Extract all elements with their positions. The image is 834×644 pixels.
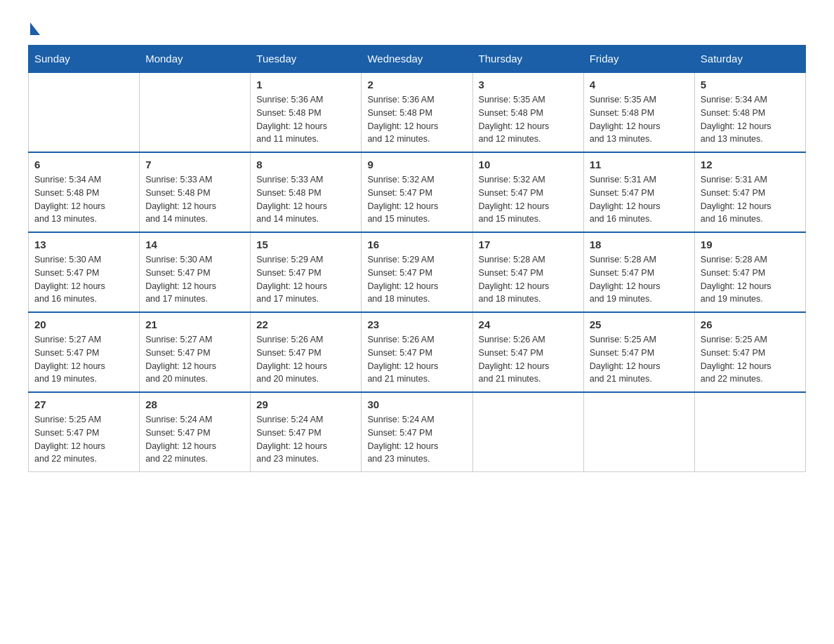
calendar-cell: 23Sunrise: 5:26 AM Sunset: 5:47 PM Dayli… — [362, 312, 472, 392]
calendar-cell: 20Sunrise: 5:27 AM Sunset: 5:47 PM Dayli… — [29, 312, 140, 392]
calendar-cell: 22Sunrise: 5:26 AM Sunset: 5:47 PM Dayli… — [251, 312, 362, 392]
header-day-saturday: Saturday — [694, 46, 805, 73]
header-day-sunday: Sunday — [29, 46, 140, 73]
calendar-cell: 13Sunrise: 5:30 AM Sunset: 5:47 PM Dayli… — [29, 232, 140, 312]
calendar-cell — [694, 392, 805, 472]
calendar-cell: 7Sunrise: 5:33 AM Sunset: 5:48 PM Daylig… — [140, 152, 251, 232]
calendar-cell — [29, 72, 140, 152]
day-number: 8 — [256, 159, 355, 170]
day-info: Sunrise: 5:30 AM Sunset: 5:47 PM Dayligh… — [145, 253, 244, 306]
day-number: 16 — [367, 239, 466, 250]
calendar-cell: 12Sunrise: 5:31 AM Sunset: 5:47 PM Dayli… — [694, 152, 805, 232]
day-info: Sunrise: 5:33 AM Sunset: 5:48 PM Dayligh… — [145, 173, 244, 226]
day-info: Sunrise: 5:24 AM Sunset: 5:47 PM Dayligh… — [367, 413, 466, 466]
day-info: Sunrise: 5:24 AM Sunset: 5:47 PM Dayligh… — [145, 413, 244, 466]
calendar-cell: 4Sunrise: 5:35 AM Sunset: 5:48 PM Daylig… — [583, 72, 694, 152]
header-day-thursday: Thursday — [472, 46, 583, 73]
day-number: 24 — [479, 318, 578, 330]
day-number: 23 — [367, 318, 466, 330]
day-info: Sunrise: 5:31 AM Sunset: 5:47 PM Dayligh… — [590, 173, 689, 226]
day-number: 1 — [256, 79, 355, 90]
calendar-cell: 17Sunrise: 5:28 AM Sunset: 5:47 PM Dayli… — [472, 232, 583, 312]
calendar-cell: 24Sunrise: 5:26 AM Sunset: 5:47 PM Dayli… — [472, 312, 583, 392]
calendar-cell: 8Sunrise: 5:33 AM Sunset: 5:48 PM Daylig… — [251, 152, 362, 232]
header-day-friday: Friday — [583, 46, 694, 73]
calendar-week-row: 1Sunrise: 5:36 AM Sunset: 5:48 PM Daylig… — [29, 72, 806, 152]
day-info: Sunrise: 5:32 AM Sunset: 5:47 PM Dayligh… — [367, 173, 466, 226]
day-number: 7 — [145, 159, 244, 170]
calendar-week-row: 20Sunrise: 5:27 AM Sunset: 5:47 PM Dayli… — [29, 312, 806, 392]
day-info: Sunrise: 5:35 AM Sunset: 5:48 PM Dayligh… — [590, 93, 689, 146]
day-info: Sunrise: 5:28 AM Sunset: 5:47 PM Dayligh… — [590, 253, 689, 306]
day-number: 6 — [34, 159, 133, 170]
day-info: Sunrise: 5:26 AM Sunset: 5:47 PM Dayligh… — [256, 333, 355, 386]
calendar-cell: 11Sunrise: 5:31 AM Sunset: 5:47 PM Dayli… — [583, 152, 694, 232]
day-info: Sunrise: 5:28 AM Sunset: 5:47 PM Dayligh… — [479, 253, 578, 306]
calendar-cell: 29Sunrise: 5:24 AM Sunset: 5:47 PM Dayli… — [251, 392, 362, 472]
day-info: Sunrise: 5:25 AM Sunset: 5:47 PM Dayligh… — [590, 333, 689, 386]
calendar-cell: 21Sunrise: 5:27 AM Sunset: 5:47 PM Dayli… — [140, 312, 251, 392]
day-number: 30 — [367, 398, 466, 410]
day-number: 28 — [145, 398, 244, 410]
calendar-header-row: SundayMondayTuesdayWednesdayThursdayFrid… — [29, 46, 806, 73]
day-info: Sunrise: 5:34 AM Sunset: 5:48 PM Dayligh… — [34, 173, 133, 226]
calendar-cell: 16Sunrise: 5:29 AM Sunset: 5:47 PM Dayli… — [362, 232, 472, 312]
calendar-cell: 2Sunrise: 5:36 AM Sunset: 5:48 PM Daylig… — [362, 72, 472, 152]
day-info: Sunrise: 5:26 AM Sunset: 5:47 PM Dayligh… — [367, 333, 466, 386]
calendar-cell — [583, 392, 694, 472]
calendar-cell: 18Sunrise: 5:28 AM Sunset: 5:47 PM Dayli… — [583, 232, 694, 312]
calendar-cell: 15Sunrise: 5:29 AM Sunset: 5:47 PM Dayli… — [251, 232, 362, 312]
header-day-tuesday: Tuesday — [251, 46, 362, 73]
logo-arrow-icon — [30, 22, 40, 35]
day-number: 22 — [256, 318, 355, 330]
calendar-cell: 1Sunrise: 5:36 AM Sunset: 5:48 PM Daylig… — [251, 72, 362, 152]
day-number: 27 — [34, 398, 133, 410]
day-info: Sunrise: 5:35 AM Sunset: 5:48 PM Dayligh… — [479, 93, 578, 146]
calendar-cell: 10Sunrise: 5:32 AM Sunset: 5:47 PM Dayli… — [472, 152, 583, 232]
day-number: 5 — [701, 79, 800, 90]
day-info: Sunrise: 5:24 AM Sunset: 5:47 PM Dayligh… — [256, 413, 355, 466]
day-number: 29 — [256, 398, 355, 410]
calendar-week-row: 6Sunrise: 5:34 AM Sunset: 5:48 PM Daylig… — [29, 152, 806, 232]
day-number: 12 — [701, 159, 800, 170]
day-info: Sunrise: 5:26 AM Sunset: 5:47 PM Dayligh… — [479, 333, 578, 386]
logo — [28, 21, 40, 31]
day-number: 17 — [479, 239, 578, 250]
calendar-cell: 26Sunrise: 5:25 AM Sunset: 5:47 PM Dayli… — [694, 312, 805, 392]
day-info: Sunrise: 5:34 AM Sunset: 5:48 PM Dayligh… — [701, 93, 800, 146]
header-day-monday: Monday — [140, 46, 251, 73]
calendar-cell: 3Sunrise: 5:35 AM Sunset: 5:48 PM Daylig… — [472, 72, 583, 152]
day-info: Sunrise: 5:29 AM Sunset: 5:47 PM Dayligh… — [256, 253, 355, 306]
calendar-cell: 27Sunrise: 5:25 AM Sunset: 5:47 PM Dayli… — [29, 392, 140, 472]
day-number: 19 — [701, 239, 800, 250]
calendar-cell — [472, 392, 583, 472]
day-info: Sunrise: 5:33 AM Sunset: 5:48 PM Dayligh… — [256, 173, 355, 226]
day-info: Sunrise: 5:25 AM Sunset: 5:47 PM Dayligh… — [701, 333, 800, 386]
day-info: Sunrise: 5:27 AM Sunset: 5:47 PM Dayligh… — [145, 333, 244, 386]
calendar-cell: 5Sunrise: 5:34 AM Sunset: 5:48 PM Daylig… — [694, 72, 805, 152]
calendar-cell: 30Sunrise: 5:24 AM Sunset: 5:47 PM Dayli… — [362, 392, 472, 472]
calendar-cell: 9Sunrise: 5:32 AM Sunset: 5:47 PM Daylig… — [362, 152, 472, 232]
page-header — [28, 21, 806, 31]
day-number: 21 — [145, 318, 244, 330]
day-number: 9 — [367, 159, 466, 170]
day-info: Sunrise: 5:36 AM Sunset: 5:48 PM Dayligh… — [367, 93, 466, 146]
day-info: Sunrise: 5:31 AM Sunset: 5:47 PM Dayligh… — [701, 173, 800, 226]
day-info: Sunrise: 5:30 AM Sunset: 5:47 PM Dayligh… — [34, 253, 133, 306]
calendar-week-row: 13Sunrise: 5:30 AM Sunset: 5:47 PM Dayli… — [29, 232, 806, 312]
calendar-table: SundayMondayTuesdayWednesdayThursdayFrid… — [28, 45, 806, 472]
day-info: Sunrise: 5:29 AM Sunset: 5:47 PM Dayligh… — [367, 253, 466, 306]
day-number: 13 — [34, 239, 133, 250]
calendar-cell: 28Sunrise: 5:24 AM Sunset: 5:47 PM Dayli… — [140, 392, 251, 472]
day-info: Sunrise: 5:27 AM Sunset: 5:47 PM Dayligh… — [34, 333, 133, 386]
header-day-wednesday: Wednesday — [362, 46, 472, 73]
calendar-cell: 6Sunrise: 5:34 AM Sunset: 5:48 PM Daylig… — [29, 152, 140, 232]
day-number: 20 — [34, 318, 133, 330]
calendar-week-row: 27Sunrise: 5:25 AM Sunset: 5:47 PM Dayli… — [29, 392, 806, 472]
day-number: 11 — [590, 159, 689, 170]
day-number: 18 — [590, 239, 689, 250]
calendar-cell: 19Sunrise: 5:28 AM Sunset: 5:47 PM Dayli… — [694, 232, 805, 312]
day-number: 10 — [479, 159, 578, 170]
day-number: 25 — [590, 318, 689, 330]
day-info: Sunrise: 5:28 AM Sunset: 5:47 PM Dayligh… — [701, 253, 800, 306]
